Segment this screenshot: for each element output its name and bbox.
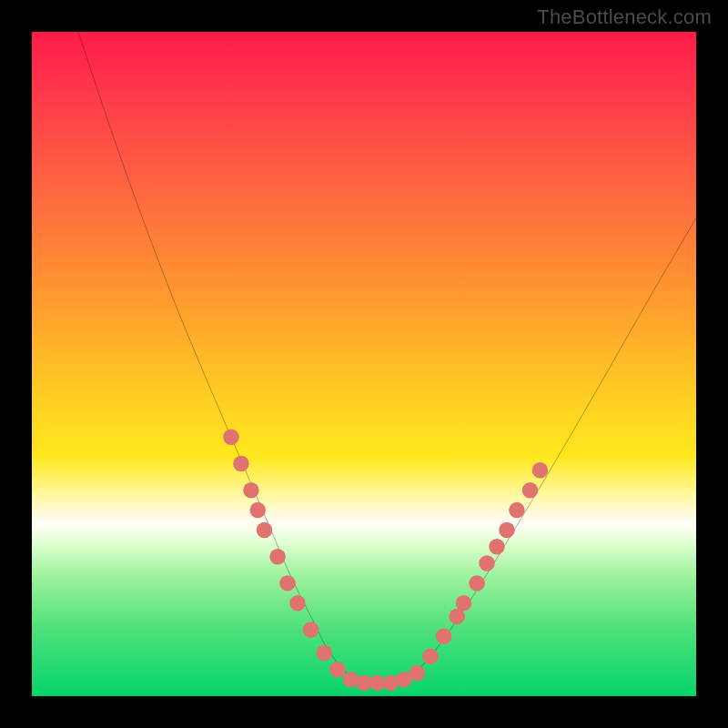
data-marker [303, 622, 319, 638]
data-marker [279, 575, 296, 592]
data-marker [343, 672, 359, 688]
data-marker [469, 575, 485, 592]
data-marker [223, 430, 239, 446]
data-marker [436, 629, 452, 645]
data-marker [479, 555, 495, 571]
data-marker [382, 675, 399, 692]
data-marker [329, 662, 346, 678]
data-marker [257, 522, 273, 539]
data-marker [410, 665, 426, 682]
data-marker [522, 482, 539, 499]
data-markers [223, 430, 548, 692]
data-marker [489, 539, 505, 555]
data-marker [269, 549, 286, 565]
data-marker [249, 502, 266, 519]
data-marker [316, 645, 332, 662]
data-marker [289, 595, 306, 612]
plot-area [32, 32, 696, 696]
chart-frame: TheBottleneck.com [0, 0, 728, 728]
data-marker [499, 522, 515, 539]
data-marker [456, 595, 472, 612]
watermark-text: TheBottleneck.com [537, 5, 712, 29]
data-marker [243, 482, 259, 499]
data-marker [422, 648, 439, 664]
bottleneck-curve [78, 32, 696, 683]
data-marker [233, 456, 249, 472]
data-marker [509, 502, 525, 519]
chart-svg [32, 32, 696, 696]
data-marker [532, 462, 549, 479]
